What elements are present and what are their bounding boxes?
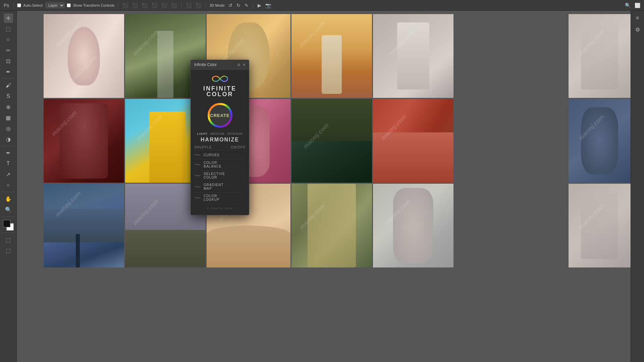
create-button[interactable]: CREATE <box>207 102 233 129</box>
distribute-icon[interactable]: ⬛ <box>185 2 193 9</box>
create-label: CREATE <box>210 113 229 118</box>
quick-select-tool[interactable]: ✂ <box>4 46 13 55</box>
curves-label: CURVES <box>204 153 246 157</box>
align-bottom-icon[interactable]: ⬛ <box>170 2 178 9</box>
color-lookup-shuffle-icon[interactable] <box>194 195 201 200</box>
panel-title: Infinite Color <box>194 62 217 67</box>
frame-tool[interactable]: ⬚ <box>4 246 13 255</box>
panel-close-button[interactable]: × <box>243 62 246 67</box>
curves-shuffle-icon[interactable] <box>194 153 201 157</box>
align-top-icon[interactable]: ⬛ <box>151 2 158 9</box>
create-container: CREATE <box>194 102 246 129</box>
foreground-color-swatch[interactable] <box>3 220 10 227</box>
photo-mountain-blue: macmj.com <box>44 184 124 267</box>
align-center-icon[interactable]: ⬛ <box>131 2 139 9</box>
shuffle-label[interactable]: SHUFFLE <box>194 145 212 149</box>
photoshop-logo: Ps <box>3 2 10 9</box>
harmonize-label: HARMONIZE <box>194 137 246 143</box>
align-right-icon[interactable]: ⬛ <box>141 2 149 9</box>
canvas-area: macmj.com macmj.com macmj.com macmj.com … <box>17 11 631 362</box>
toolbox: ✛ ⬚ ○ ✂ ⊡ ✒ 🖌 S ⊕ ▦ ◎ ◑ ✒ T ↗ ○ ✋ 🔍 ⬚ ⬚ <box>0 11 17 362</box>
photo-woman-white-dress: macmj.com <box>373 14 453 98</box>
properties-icon[interactable]: ⚙ <box>633 25 642 34</box>
color-lookup-label: COLORLOOKUP <box>204 194 246 201</box>
align-middle-icon[interactable]: ⬛ <box>160 2 168 9</box>
color-swatches[interactable] <box>3 220 14 231</box>
infinity-logo-icon <box>212 74 228 84</box>
infinite-color-panel: Infinite Color ≡ × <box>191 60 249 215</box>
video-icon[interactable]: ▶ <box>257 2 262 9</box>
brush-icon[interactable]: ✎ <box>244 2 250 9</box>
layers-icon[interactable]: ≡ <box>633 13 642 23</box>
logo-area: INFINITE COLOR <box>194 74 246 98</box>
marquee-tool[interactable]: ⬚ <box>4 24 13 34</box>
crop-tool[interactable]: ⊡ <box>4 56 13 66</box>
intensity-medium[interactable]: MEDIUM <box>210 132 225 135</box>
intensity-light[interactable]: LIGHT <box>197 132 208 135</box>
mask-tool[interactable]: ⬚ <box>4 235 13 244</box>
photo-woman-dark-hair: macmj.com <box>373 184 453 267</box>
selective-color-shuffle-icon[interactable] <box>194 173 201 178</box>
camera-icon[interactable]: 📷 <box>264 2 272 9</box>
photo-extra-grey-dress: macmj.com <box>569 14 631 98</box>
photo-woman-blonde: macmj.com <box>291 184 372 267</box>
pen-tool[interactable]: ✒ <box>4 148 13 158</box>
distribute2-icon[interactable]: ⬛ <box>195 2 202 9</box>
blur-tool[interactable]: ◎ <box>4 124 13 133</box>
logo-color-text: COLOR <box>207 91 233 98</box>
intensity-intense[interactable]: INTENSE <box>227 132 243 135</box>
photo-woman-field-sunset: macmj.com <box>291 14 372 98</box>
gradient-map-shuffle-icon[interactable] <box>194 184 201 189</box>
search-icon[interactable]: 🔍 <box>624 2 632 9</box>
rotate-icon[interactable]: ↺ <box>227 2 233 9</box>
3d-mode-label: 3D Mode: <box>209 3 225 7</box>
selective-color-label: SELECTIVECOLOR <box>204 172 246 179</box>
auto-select-label: Auto-Select: <box>23 3 43 7</box>
photo-extra-woman3: macmj.com <box>569 184 631 267</box>
credits: © PRATIK NAIK <box>194 204 246 211</box>
transform-checkbox[interactable] <box>67 3 71 7</box>
panel-menu-icon[interactable]: ≡ <box>237 62 240 67</box>
layer-select[interactable]: Layer <box>45 2 65 8</box>
transform-label: Show Transform Controls <box>73 3 114 7</box>
dodge-tool[interactable]: ◑ <box>4 134 13 144</box>
panel-header: Infinite Color ≡ × <box>191 60 249 70</box>
hand-tool[interactable]: ✋ <box>4 194 13 203</box>
auto-select-checkbox[interactable] <box>17 3 21 7</box>
intensity-row: LIGHT MEDIUM INTENSE <box>194 132 246 135</box>
onoff-label[interactable]: ON/OFF <box>231 145 246 149</box>
window-icon[interactable]: ⬜ <box>634 2 641 9</box>
align-left-icon[interactable]: ⬛ <box>121 2 129 9</box>
lasso-tool[interactable]: ○ <box>4 35 13 44</box>
gradient-tool[interactable]: ▦ <box>4 113 13 122</box>
harmonize-section: LIGHT MEDIUM INTENSE HARMONIZE <box>194 132 246 143</box>
color-balance-row[interactable]: COLORBALANCE <box>194 159 246 170</box>
path-tool[interactable]: ↗ <box>4 170 13 179</box>
photo-forest-green: macmj.com <box>291 99 372 183</box>
shuffle-row: SHUFFLE ON/OFF <box>194 145 246 149</box>
stamp-tool[interactable]: S <box>4 92 13 101</box>
toolbar: Ps Auto-Select: Layer Show Transform Con… <box>0 0 644 11</box>
eyedropper-tool[interactable]: ✒ <box>4 67 13 76</box>
photo-portrait-closeup: macmj.com macmj.com <box>44 14 124 98</box>
photo-girl-red-bg: macmj.com <box>44 99 124 183</box>
gradient-map-row[interactable]: GRADIENTMAP <box>194 181 246 192</box>
shape-tool[interactable]: ○ <box>4 180 13 190</box>
photo-extra-woman2: macmj.com <box>569 99 631 183</box>
photo-grid: macmj.com macmj.com macmj.com macmj.com … <box>44 14 617 359</box>
photo-rock-red: macmj.com <box>373 99 453 183</box>
move-tool[interactable]: ✛ <box>4 13 13 23</box>
right-panel: ≡ ⚙ <box>631 11 644 362</box>
selective-color-row[interactable]: SELECTIVECOLOR <box>194 170 246 181</box>
color-balance-label: COLORBALANCE <box>204 161 246 168</box>
text-tool[interactable]: T <box>4 159 13 168</box>
panel-body: INFINITE COLOR <box>191 70 249 215</box>
zoom-tool[interactable]: 🔍 <box>4 205 13 214</box>
brush-tool[interactable]: 🖌 <box>4 81 13 90</box>
eraser-tool[interactable]: ⊕ <box>4 102 13 112</box>
curves-row[interactable]: CURVES <box>194 150 246 159</box>
color-lookup-row[interactable]: COLORLOOKUP <box>194 192 246 203</box>
color-balance-shuffle-icon[interactable] <box>194 162 201 167</box>
gradient-map-label: GRADIENTMAP <box>204 183 246 190</box>
reset-icon[interactable]: ↻ <box>235 2 241 9</box>
